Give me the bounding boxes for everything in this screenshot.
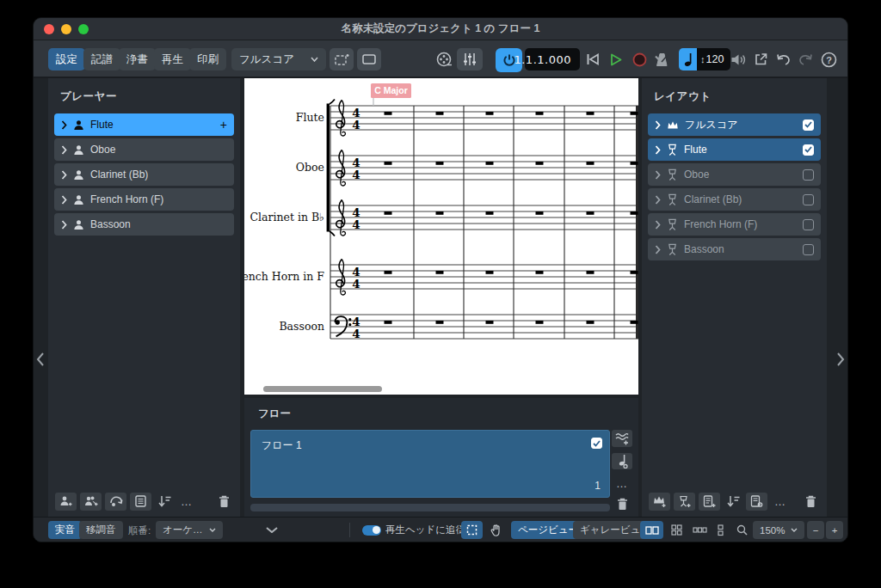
concert-pitch-button[interactable]: 実音 — [48, 521, 82, 539]
volume-button[interactable] — [727, 48, 749, 70]
play-button[interactable] — [607, 48, 625, 70]
score-horizontal-scrollbar[interactable] — [263, 386, 382, 392]
flow-checkbox[interactable] — [591, 438, 602, 449]
redo-button[interactable] — [797, 48, 815, 70]
help-button[interactable]: ? — [818, 48, 839, 70]
expand-chevron-icon[interactable] — [61, 120, 67, 130]
order-dropdown[interactable]: オーケ… — [156, 521, 223, 539]
new-window-button[interactable] — [330, 48, 354, 70]
score-canvas[interactable]: 44 44 44 44 44 Flute Oboe — [244, 78, 638, 395]
tab-play[interactable]: 再生 — [154, 48, 191, 70]
collapse-left-panel-button[interactable] — [35, 352, 47, 367]
layout-checkbox[interactable] — [803, 219, 814, 230]
delete-player-button[interactable] — [214, 493, 233, 511]
flows-scrollbar[interactable] — [250, 504, 610, 511]
zoom-out-button[interactable]: − — [807, 521, 824, 539]
page-spread-view-button[interactable] — [640, 521, 663, 539]
order-label: 順番: — [128, 524, 151, 537]
undo-button[interactable] — [774, 48, 792, 70]
expand-chevron-icon[interactable] — [655, 170, 661, 180]
more-players-actions-button[interactable]: … — [177, 493, 196, 511]
expand-chevron-icon[interactable] — [655, 220, 661, 230]
layout-options-button[interactable] — [746, 493, 767, 511]
pages-horizontal-button[interactable] — [688, 521, 711, 539]
expand-chevron-icon[interactable] — [61, 145, 67, 155]
page-grid-view-button[interactable] — [666, 521, 687, 539]
expand-chevron-icon[interactable] — [61, 195, 67, 205]
add-part-layout-button[interactable] — [674, 493, 695, 511]
check-icon — [593, 440, 601, 447]
collapse-bottom-panel-button[interactable] — [259, 521, 285, 539]
sort-players-button[interactable] — [155, 493, 174, 511]
add-instrument-button[interactable]: + — [220, 119, 227, 131]
layout-name: French Horn (F) — [684, 218, 757, 230]
layout-row-clarinet[interactable]: Clarinet (Bb) — [648, 188, 821, 211]
minimize-window-button[interactable] — [61, 24, 71, 34]
pages-vertical-button[interactable] — [712, 521, 728, 539]
layout-checkbox[interactable] — [803, 119, 814, 131]
flow-music-button[interactable] — [612, 453, 632, 470]
tempo-mode-button[interactable] — [679, 48, 697, 70]
flow-card[interactable]: フロー 1 1 — [250, 430, 610, 498]
delete-layout-button[interactable] — [801, 493, 820, 511]
expand-chevron-icon[interactable] — [655, 195, 661, 205]
add-flow-button[interactable] — [612, 430, 632, 447]
marquee-tool-button[interactable] — [461, 521, 483, 539]
layout-row-french-horn[interactable]: French Horn (F) — [648, 213, 821, 236]
more-layouts-actions-button[interactable]: … — [771, 493, 790, 511]
tab-setup[interactable]: 設定 — [48, 48, 85, 70]
collapse-right-panel-button[interactable] — [835, 352, 847, 367]
time-display[interactable]: 1.1.1.000 — [525, 48, 580, 70]
zoom-in-button[interactable]: + — [826, 521, 843, 539]
layout-checkbox[interactable] — [803, 194, 814, 205]
add-section-player-button[interactable] — [80, 493, 102, 511]
tab-print[interactable]: 印刷 — [189, 48, 226, 70]
zoom-level-dropdown[interactable]: 150% — [753, 521, 804, 539]
delete-flow-button[interactable] — [613, 497, 631, 511]
tab-write[interactable]: 記譜 — [83, 48, 120, 70]
share-button[interactable] — [751, 48, 770, 70]
expand-chevron-icon[interactable] — [655, 120, 661, 130]
layout-selector-dropdown[interactable]: フルスコア — [231, 48, 326, 70]
player-row-oboe[interactable]: Oboe — [54, 138, 234, 161]
player-row-french-horn[interactable]: French Horn (F) — [54, 188, 234, 211]
metronome-button[interactable] — [652, 48, 673, 70]
layout-checkbox[interactable] — [803, 244, 814, 255]
hand-tool-button[interactable] — [485, 521, 506, 539]
expand-chevron-icon[interactable] — [61, 220, 67, 230]
tab-engrave[interactable]: 浄書 — [119, 48, 156, 70]
layout-row-oboe[interactable]: Oboe — [648, 163, 821, 186]
more-flows-actions-button[interactable]: … — [613, 475, 631, 490]
player-row-bassoon[interactable]: Bassoon — [54, 213, 234, 236]
player-row-flute[interactable]: Flute + — [54, 113, 234, 136]
expand-chevron-icon[interactable] — [61, 170, 67, 180]
mixer-button[interactable] — [457, 48, 483, 70]
video-button[interactable] — [432, 48, 456, 70]
layout-checkbox[interactable] — [803, 169, 814, 181]
player-list-button[interactable] — [130, 493, 151, 511]
add-solo-player-button[interactable] — [55, 493, 77, 511]
transposed-pitch-button[interactable]: 移調音 — [79, 521, 123, 539]
layout-row-flute[interactable]: Flute — [648, 138, 821, 161]
zoom-tool-button[interactable] — [732, 521, 751, 539]
layout-row-full-score[interactable]: フルスコア — [648, 113, 821, 136]
zoom-window-button[interactable] — [78, 24, 89, 34]
add-custom-score-layout-button[interactable] — [699, 493, 720, 511]
layout-name: Flute — [684, 144, 707, 156]
add-ensemble-button[interactable] — [105, 493, 126, 511]
expand-chevron-icon[interactable] — [655, 145, 661, 155]
tempo-field[interactable]: ↕ 120 — [697, 48, 730, 70]
record-button[interactable] — [630, 48, 649, 70]
close-window-button[interactable] — [44, 24, 54, 34]
layout-row-bassoon[interactable]: Bassoon — [648, 238, 821, 260]
expand-chevron-icon[interactable] — [655, 245, 661, 254]
single-window-button[interactable] — [357, 48, 381, 70]
add-full-score-layout-button[interactable] — [649, 493, 670, 511]
layout-checkbox[interactable] — [803, 144, 814, 156]
zoom-level-value: 150% — [760, 525, 785, 536]
rewind-button[interactable] — [582, 48, 603, 70]
player-row-clarinet[interactable]: Clarinet (Bb) — [54, 163, 234, 186]
key-signature-signpost[interactable]: C Major — [371, 83, 411, 106]
sort-layouts-button[interactable] — [724, 493, 742, 511]
follow-playhead-toggle[interactable]: 再生ヘッドに追従 — [359, 521, 472, 539]
